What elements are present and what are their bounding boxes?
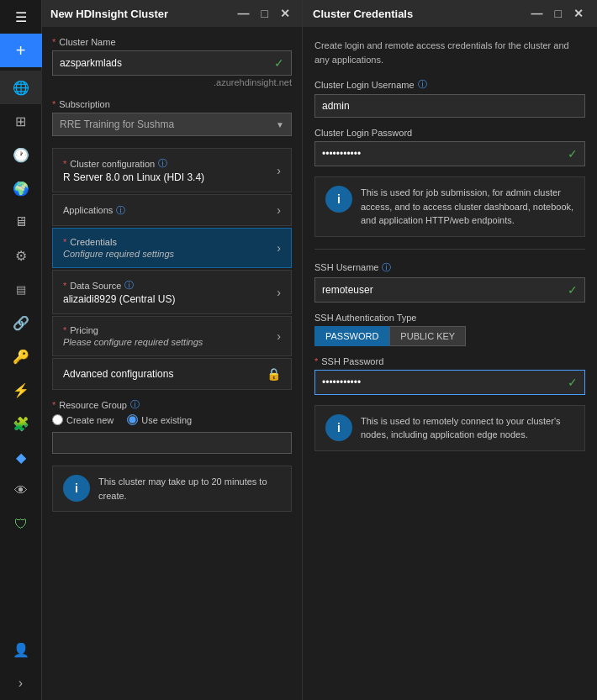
- sidebar-item-world[interactable]: 🌍: [0, 171, 42, 205]
- sidebar-item-monitor[interactable]: 🖥: [0, 205, 42, 239]
- applications-info-icon[interactable]: ⓘ: [116, 204, 125, 217]
- puzzle-icon: 🧩: [13, 416, 29, 432]
- credentials-row[interactable]: * Credentials Configure required setting…: [52, 228, 292, 268]
- credentials-subtitle: Configure required settings: [63, 249, 174, 259]
- ssh-username-info-icon[interactable]: ⓘ: [382, 261, 391, 274]
- separator: [314, 249, 585, 250]
- pricing-label: * Pricing: [63, 325, 203, 335]
- credentials-label: * Credentials: [63, 237, 174, 247]
- sidebar-item-settings[interactable]: ⚙: [0, 239, 42, 272]
- ssh-password-input[interactable]: [322, 376, 568, 388]
- data-source-chevron: ›: [277, 286, 281, 299]
- applications-row[interactable]: Applications ⓘ ›: [52, 194, 292, 226]
- resource-group-label: * Resource Group ⓘ: [52, 398, 292, 411]
- data-source-info-icon[interactable]: ⓘ: [124, 279, 134, 292]
- ssh-auth-password-button[interactable]: PASSWORD: [314, 326, 389, 346]
- right-panel-content: Create login and remote access credentia…: [303, 27, 597, 700]
- sidebar-expand[interactable]: ›: [0, 666, 42, 700]
- login-password-input-row: ✓: [314, 141, 585, 166]
- applications-content: Applications ⓘ: [63, 204, 125, 217]
- login-username-input[interactable]: [322, 100, 578, 112]
- eye-icon: 👁: [14, 483, 28, 498]
- sidebar-item-eye[interactable]: 👁: [0, 474, 42, 508]
- advanced-label: Advanced configurations: [63, 368, 173, 380]
- cluster-config-info-icon[interactable]: ⓘ: [158, 157, 167, 170]
- shield-icon: 🛡: [14, 517, 28, 532]
- right-close-button[interactable]: ✕: [570, 5, 587, 22]
- right-maximize-button[interactable]: □: [552, 5, 565, 22]
- sidebar-item-puzzle[interactable]: 🧩: [0, 407, 42, 440]
- applications-chevron: ›: [277, 203, 281, 217]
- sidebar-item-bolt[interactable]: ⚡: [0, 373, 42, 407]
- login-info-box: i This is used for job submission, for a…: [314, 176, 585, 237]
- right-minimize-button[interactable]: —: [528, 5, 547, 22]
- sidebar-item-diamond[interactable]: ◆: [0, 440, 42, 474]
- resource-group-radio-group: Create new Use existing: [52, 414, 292, 425]
- cluster-name-input-row: ✓: [52, 50, 292, 76]
- ssh-username-input[interactable]: [322, 284, 568, 296]
- password-check-icon: ✓: [568, 147, 578, 161]
- ssh-username-check-icon: ✓: [568, 283, 578, 297]
- advanced-row[interactable]: Advanced configurations 🔒: [52, 358, 292, 390]
- login-password-input[interactable]: [322, 148, 568, 160]
- sidebar-item-database[interactable]: ▤: [0, 272, 42, 306]
- cluster-config-label: * Cluster configuration ⓘ: [63, 157, 204, 170]
- sidebar-item-link[interactable]: 🔗: [0, 306, 42, 339]
- left-panel-content: * Cluster Name ✓ .azurehdinsight.net * S…: [42, 27, 302, 700]
- cluster-name-input[interactable]: [60, 57, 274, 69]
- creation-info-text: This cluster may take up to 20 minutes t…: [98, 475, 281, 503]
- ssh-auth-pubkey-button[interactable]: PUBLIC KEY: [389, 326, 466, 346]
- expand-icon: ›: [18, 676, 23, 691]
- left-minimize-button[interactable]: —: [235, 5, 253, 22]
- cluster-name-check-icon: ✓: [274, 56, 284, 70]
- cluster-name-label: * Cluster Name: [52, 37, 292, 47]
- sidebar-item-clock[interactable]: 🕐: [0, 138, 42, 171]
- creation-info-icon: i: [63, 475, 90, 502]
- resource-group-info-icon[interactable]: ⓘ: [130, 398, 140, 411]
- sidebar-item-shield[interactable]: 🛡: [0, 508, 42, 541]
- hamburger-menu[interactable]: ☰: [0, 0, 42, 34]
- create-new-radio-label[interactable]: Create new: [52, 414, 114, 425]
- ssh-info-box: i This is used to remotely connect to yo…: [314, 405, 585, 451]
- subscription-dropdown[interactable]: RRE Training for Sushma ▼: [52, 113, 292, 136]
- resource-group-input[interactable]: [52, 432, 292, 454]
- create-new-radio[interactable]: [52, 414, 63, 425]
- hamburger-icon: ☰: [15, 9, 27, 25]
- data-source-row[interactable]: * Data Source ⓘ alizaidi8929 (Central US…: [52, 270, 292, 314]
- clock-icon: 🕐: [13, 147, 29, 163]
- sidebar-item-globe[interactable]: 🌐: [0, 71, 42, 104]
- plus-icon: +: [16, 41, 26, 61]
- ssh-password-input-row: ✓: [314, 370, 585, 395]
- use-existing-radio[interactable]: [127, 414, 138, 425]
- ssh-auth-type-label: SSH Authentication Type: [314, 313, 585, 323]
- sidebar-item-key[interactable]: 🔑: [0, 339, 42, 373]
- use-existing-radio-label[interactable]: Use existing: [127, 414, 192, 425]
- data-source-value: alizaidi8929 (Central US): [63, 293, 175, 305]
- ssh-password-label: * SSH Password: [314, 356, 585, 366]
- link-icon: 🔗: [13, 315, 29, 331]
- diamond-icon: ◆: [16, 450, 26, 466]
- add-button[interactable]: +: [0, 34, 42, 67]
- pricing-row[interactable]: * Pricing Please configure required sett…: [52, 316, 292, 356]
- right-titlebar-controls: — □ ✕: [528, 5, 587, 22]
- cluster-config-row[interactable]: * Cluster configuration ⓘ R Server 8.0 o…: [52, 148, 292, 192]
- lock-icon: 🔒: [267, 367, 281, 381]
- subscription-required: *: [52, 99, 55, 109]
- cluster-config-chevron: ›: [277, 164, 281, 177]
- ssh-username-input-row: ✓: [314, 277, 585, 303]
- sidebar-item-user[interactable]: 👤: [0, 633, 42, 666]
- login-info-text: This is used for job submission, for adm…: [361, 186, 574, 228]
- sidebar: ☰ + 🌐 ⊞ 🕐 🌍 🖥 ⚙ ▤ 🔗 🔑 ⚡ 🧩 ◆ 👁 🛡: [0, 0, 42, 700]
- subscription-label: * Subscription: [52, 99, 292, 109]
- cluster-config-content: * Cluster configuration ⓘ R Server 8.0 o…: [63, 157, 204, 183]
- pricing-subtitle: Please configure required settings: [63, 337, 203, 347]
- left-maximize-button[interactable]: □: [258, 5, 272, 22]
- grid-icon: ⊞: [15, 113, 26, 129]
- login-username-info-icon[interactable]: ⓘ: [418, 78, 427, 91]
- login-password-label: Cluster Login Password: [314, 128, 585, 138]
- pricing-chevron: ›: [277, 329, 281, 343]
- left-titlebar: New HDInsight Cluster — □ ✕: [42, 0, 302, 27]
- ssh-info-icon: i: [325, 414, 352, 441]
- sidebar-item-grid[interactable]: ⊞: [0, 104, 42, 138]
- left-close-button[interactable]: ✕: [277, 5, 293, 22]
